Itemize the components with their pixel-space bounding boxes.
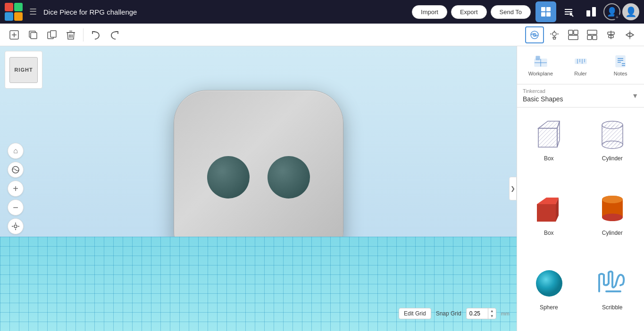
view-cube-label: RIGHT xyxy=(9,57,38,83)
view-cube[interactable]: RIGHT xyxy=(5,51,42,89)
group-button[interactable] xyxy=(565,26,582,43)
new-workplane-button[interactable] xyxy=(6,26,23,43)
notes-tool[interactable]: Notes xyxy=(602,51,639,79)
view-button[interactable] xyxy=(525,26,544,43)
duplicate-button[interactable] xyxy=(43,26,60,43)
cylinder-wireframe-icon xyxy=(594,115,631,153)
shape-item-sphere-solid[interactable]: Sphere xyxy=(517,257,581,331)
snap-grid-input[interactable] xyxy=(467,309,488,318)
zoom-out-button[interactable]: − xyxy=(8,199,24,215)
svg-rect-2 xyxy=(541,12,545,17)
ruler-icon xyxy=(573,54,588,69)
box-wireframe-icon xyxy=(530,115,568,153)
snap-grid-label: Snap Grid xyxy=(436,310,461,317)
svg-marker-59 xyxy=(537,204,556,222)
avatar[interactable]: 👤 xyxy=(622,3,639,20)
shape-grid: Box xyxy=(517,108,644,331)
redo-button[interactable] xyxy=(106,26,123,43)
svg-marker-51 xyxy=(538,121,560,128)
main-content: RIGHT ⌂ + − xyxy=(0,46,644,331)
workplane-icon xyxy=(533,54,548,69)
logo-cell-bl xyxy=(5,12,13,21)
import-button[interactable]: Import xyxy=(412,5,447,19)
collapse-panel-button[interactable]: ❯ xyxy=(509,177,517,200)
workplane-tool[interactable]: Workplane xyxy=(522,51,560,79)
hamburger-icon[interactable]: ☰ xyxy=(27,5,39,19)
svg-point-66 xyxy=(536,270,562,297)
snap-up-arrow[interactable]: ▲ xyxy=(488,308,496,314)
snap-grid-arrows: ▲ ▼ xyxy=(488,308,496,319)
cylinder-solid-label: Cylinder xyxy=(602,230,623,236)
home-view-button[interactable]: ⌂ xyxy=(8,143,24,159)
shape-item-cylinder-wireframe[interactable]: Cylinder xyxy=(581,108,644,182)
canvas-area[interactable]: RIGHT ⌂ + − xyxy=(0,46,517,331)
snap-down-arrow[interactable]: ▼ xyxy=(488,314,496,319)
bottom-controls: Edit Grid Snap Grid ▲ ▼ mm xyxy=(399,308,510,319)
dice-dot-right xyxy=(268,156,310,199)
cylinder-wireframe-label: Cylinder xyxy=(602,155,623,162)
light-button[interactable] xyxy=(546,26,563,43)
toolbar-separator xyxy=(83,28,84,41)
library-name-label: Basic Shapes xyxy=(523,95,563,103)
shape-item-box-wireframe[interactable]: Box xyxy=(517,108,581,182)
delete-button[interactable] xyxy=(62,26,79,43)
svg-point-58 xyxy=(602,141,623,149)
svg-marker-60 xyxy=(537,198,559,204)
logo-cell-tr xyxy=(14,3,23,11)
orbit-button[interactable] xyxy=(8,162,24,178)
tinkercad-provider-label: Tinkercad xyxy=(523,88,563,94)
svg-rect-12 xyxy=(31,33,37,39)
top-bar: ☰ Dice Piece for RPG challenge Import Ex… xyxy=(0,0,644,24)
box-solid-label: Box xyxy=(544,230,554,236)
svg-point-33 xyxy=(14,225,17,228)
mirror-button[interactable] xyxy=(621,26,638,43)
svg-rect-22 xyxy=(569,30,573,34)
svg-rect-26 xyxy=(587,35,592,40)
shape-item-box-solid[interactable]: Box xyxy=(517,182,581,257)
shape-item-cylinder-solid[interactable]: Cylinder xyxy=(581,182,644,257)
edit-grid-button[interactable]: Edit Grid xyxy=(399,308,431,319)
svg-rect-24 xyxy=(569,35,578,40)
workplane-label: Workplane xyxy=(528,71,553,76)
project-title: Dice Piece for RPG challenge xyxy=(43,8,398,16)
ungroup-button[interactable] xyxy=(584,26,601,43)
zoom-in-button[interactable]: + xyxy=(8,181,24,197)
svg-rect-27 xyxy=(593,35,597,40)
shape-item-scribble[interactable]: Scribble xyxy=(581,257,644,331)
ruler-tool[interactable]: Ruler xyxy=(562,51,600,79)
align-button[interactable] xyxy=(602,26,619,43)
notes-label: Notes xyxy=(614,71,627,76)
svg-rect-7 xyxy=(592,7,596,17)
box-solid-icon xyxy=(530,190,568,227)
library-info: Tinkercad Basic Shapes xyxy=(523,88,563,103)
undo-button[interactable] xyxy=(87,26,104,43)
shape-library-header[interactable]: Tinkercad Basic Shapes ▼ xyxy=(517,84,644,108)
svg-point-64 xyxy=(602,214,623,221)
scribble-icon xyxy=(594,264,631,302)
grid-view-icon[interactable] xyxy=(535,1,556,22)
reset-view-button[interactable] xyxy=(8,218,24,234)
right-panel-tools: Workplane Ruler xyxy=(517,46,644,84)
mm-unit-label: mm xyxy=(501,311,510,316)
svg-point-65 xyxy=(602,196,623,203)
logo-cell-tl xyxy=(5,3,13,11)
copy-to-new-button[interactable] xyxy=(25,26,42,43)
logo-cell-br xyxy=(14,12,23,21)
dice-dot-left xyxy=(207,156,250,199)
export-button[interactable]: Export xyxy=(451,5,487,19)
svg-rect-23 xyxy=(574,30,578,34)
add-user-button[interactable]: 👤 + xyxy=(603,3,620,20)
notes-icon xyxy=(613,54,628,69)
svg-rect-6 xyxy=(586,10,590,17)
library-dropdown-icon[interactable]: ▼ xyxy=(632,92,638,99)
svg-line-5 xyxy=(572,15,573,17)
svg-marker-50 xyxy=(538,128,557,147)
cylinder-solid-icon xyxy=(594,190,631,227)
tools-icon[interactable] xyxy=(558,1,579,22)
tinkercad-logo[interactable] xyxy=(5,3,23,21)
svg-rect-25 xyxy=(587,30,597,34)
right-panel: Workplane Ruler xyxy=(517,46,644,331)
blocks-icon[interactable] xyxy=(581,1,602,22)
svg-rect-1 xyxy=(546,7,551,11)
send-to-button[interactable]: Send To xyxy=(491,5,531,19)
